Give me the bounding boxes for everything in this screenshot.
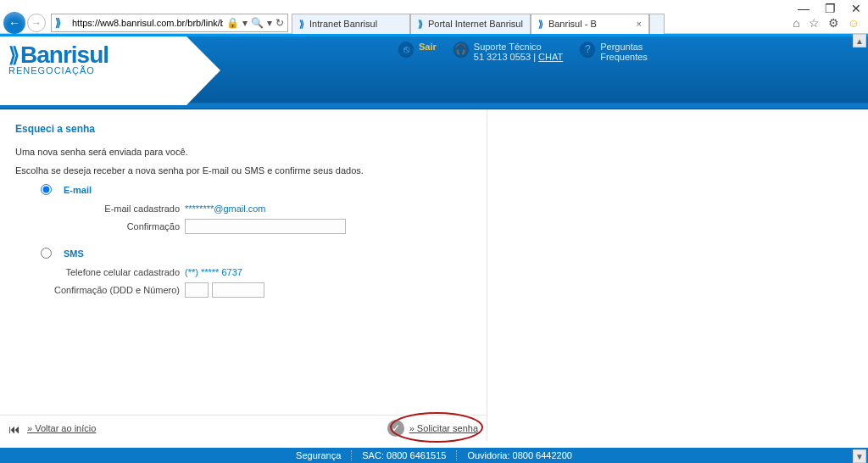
logo-container: ⟫ Banrisul RENEGOCIAÇÃO	[0, 36, 186, 105]
logout-icon: ⎋	[398, 42, 414, 57]
faq-line1: Perguntas	[600, 42, 648, 52]
logo-mark-icon: ⟫	[8, 43, 19, 67]
tools-icon[interactable]: ⚙	[828, 16, 839, 30]
new-tab-button[interactable]	[649, 14, 665, 34]
search-icon[interactable]: 🔍	[251, 17, 264, 29]
scroll-down-button[interactable]: ▼	[853, 449, 866, 463]
minimize-button[interactable]: —	[798, 2, 810, 15]
maximize-button[interactable]: ❐	[825, 2, 836, 15]
intro-text-2: Escolha se deseja receber a nova senha p…	[15, 165, 471, 176]
sms-radio[interactable]	[41, 248, 52, 259]
support-link[interactable]: 🎧 Suporte Técnico 51 3213 0553 | CHAT	[453, 42, 563, 62]
support-title: Suporte Técnico	[474, 42, 563, 52]
intro-text-1: Uma nova senha será enviada para você.	[15, 147, 471, 157]
tab-favicon-icon: ⟫	[418, 19, 423, 30]
check-icon: ✓	[387, 420, 404, 437]
email-confirm-input[interactable]	[185, 219, 346, 234]
footer-sac: SAC: 0800 6461515	[362, 450, 446, 460]
question-icon: ?	[580, 42, 595, 57]
tab-label: Banrisul - B	[548, 19, 597, 29]
sms-number-input[interactable]	[212, 282, 264, 298]
sms-registered-value: (**) ***** 6737	[185, 267, 242, 277]
sms-registered-label: Telefone celular cadastrado	[15, 267, 185, 277]
lock-icon: 🔒	[226, 17, 239, 29]
faq-line2: Frequentes	[600, 52, 648, 62]
address-controls: 🔒 ▾ 🔍 ▾ ↻	[223, 17, 287, 29]
email-confirm-label: Confirmação	[15, 221, 185, 232]
email-radio[interactable]	[41, 184, 52, 195]
support-phone: 51 3213 0553	[474, 52, 531, 62]
url-input[interactable]	[72, 18, 223, 28]
email-option-label: E-mail	[64, 185, 92, 195]
tab-label: Intranet Banrisul	[309, 19, 377, 29]
site-footer: Segurança SAC: 0800 6461515 Ouvidoria: 0…	[0, 448, 868, 463]
faq-link[interactable]: ? Perguntas Frequentes	[580, 42, 648, 62]
logout-link[interactable]: ⎋ Sair	[398, 42, 437, 57]
headset-icon: 🎧	[453, 42, 469, 57]
close-window-button[interactable]: ✕	[851, 2, 861, 15]
tab-close-icon[interactable]: ×	[636, 19, 641, 29]
main-panel: Esqueci a senha Uma nova senha será envi…	[0, 109, 487, 440]
nav-back-button[interactable]: ←	[3, 12, 25, 34]
separator-icon: ▾	[267, 17, 272, 29]
dropdown-icon[interactable]: ▾	[242, 17, 248, 29]
back-to-start-link[interactable]: » Voltar ao início	[27, 423, 96, 433]
site-header: ⟫ Banrisul RENEGOCIAÇÃO ⎋ Sair 🎧 Suporte…	[0, 34, 868, 103]
brand-subtitle: RENEGOCIAÇÃO	[8, 65, 108, 75]
sms-confirm-label: Confirmação (DDD e Número)	[15, 285, 185, 295]
home-icon[interactable]: ⌂	[793, 16, 799, 30]
email-registered-label: E-mail cadastrado	[15, 204, 185, 214]
address-bar[interactable]: ⟫ 🔒 ▾ 🔍 ▾ ↻	[51, 14, 288, 32]
logout-label: Sair	[419, 42, 437, 52]
action-bar: ⏮ » Voltar ao início ✓ » Solicitar senha	[0, 415, 487, 440]
tab-label: Portal Internet Banrisul	[428, 19, 523, 29]
footer-security[interactable]: Segurança	[296, 450, 341, 460]
favorites-icon[interactable]: ☆	[809, 16, 820, 30]
tab-favicon-icon: ⟫	[299, 19, 304, 30]
browser-tabs: ⟫ Intranet Banrisul ⟫ Portal Internet Ba…	[292, 12, 665, 34]
emoji-icon[interactable]: ☺	[848, 16, 860, 30]
browser-nav-bar: ← → ⟫ 🔒 ▾ 🔍 ▾ ↻ ⟫ Intranet Banrisul ⟫ Po…	[0, 12, 868, 34]
site-favicon-icon: ⟫	[55, 16, 69, 30]
sms-ddd-input[interactable]	[185, 282, 209, 298]
tab-intranet[interactable]: ⟫ Intranet Banrisul	[292, 14, 410, 34]
footer-ouvidoria: Ouvidoria: 0800 6442200	[467, 450, 572, 460]
refresh-icon[interactable]: ↻	[275, 17, 284, 29]
scroll-up-button[interactable]: ▲	[853, 34, 866, 47]
request-password-link[interactable]: » Solicitar senha	[409, 423, 478, 433]
rewind-icon: ⏮	[8, 422, 24, 434]
tab-favicon-icon: ⟫	[538, 19, 543, 30]
email-registered-value: ********@gmail.com	[185, 204, 266, 214]
support-chat-link[interactable]: CHAT	[538, 52, 563, 62]
page-title: Esqueci a senha	[15, 123, 471, 135]
tab-portal[interactable]: ⟫ Portal Internet Banrisul	[410, 14, 531, 34]
sms-option-label: SMS	[64, 248, 84, 259]
nav-forward-button[interactable]: →	[27, 14, 46, 32]
tab-banrisul-b[interactable]: ⟫ Banrisul - B ×	[531, 14, 649, 34]
